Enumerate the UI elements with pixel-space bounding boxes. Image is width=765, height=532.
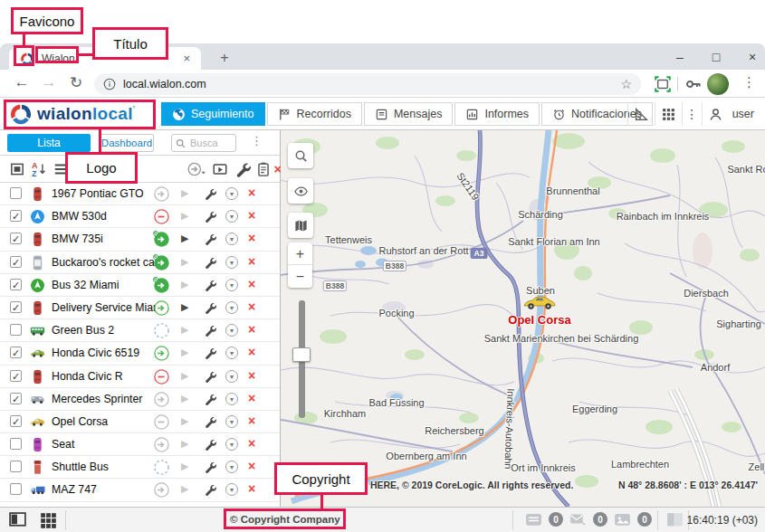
unit-search[interactable] xyxy=(171,134,236,152)
unit-wrench-icon[interactable] xyxy=(204,461,216,473)
tab-lista[interactable]: Lista xyxy=(7,134,91,152)
unit-dropdown-icon[interactable]: ▾ xyxy=(225,438,238,451)
unit-name[interactable]: Honda Civic 6519 xyxy=(52,347,139,359)
quick-track-play-icon[interactable]: ▶ xyxy=(181,393,188,404)
new-tab-button[interactable]: + xyxy=(214,49,235,69)
unit-dropdown-icon[interactable]: ▾ xyxy=(225,279,238,291)
unit-remove-icon[interactable]: × xyxy=(248,277,255,291)
quick-track-play-icon[interactable]: ▶ xyxy=(181,256,188,268)
header-menu-dots-icon[interactable]: ⋮ xyxy=(682,102,702,126)
unit-checkbox[interactable]: ✓ xyxy=(10,210,22,222)
unit-name[interactable]: Honda Civic R xyxy=(52,370,123,383)
unit-row[interactable]: ✓Honda Civic R▶▾× xyxy=(0,366,280,388)
properties-wrench-icon[interactable] xyxy=(234,161,251,177)
unit-checkbox[interactable]: ✓ xyxy=(10,415,22,427)
window-close-button[interactable]: × xyxy=(745,50,760,64)
zoom-slider-thumb[interactable] xyxy=(292,347,311,362)
nav-tab-recorridos[interactable]: Recorridos xyxy=(267,102,362,126)
unit-checkbox[interactable]: ✓ xyxy=(10,301,22,313)
unit-checkbox[interactable] xyxy=(10,483,22,495)
unit-row[interactable]: ✓Opel Corsa▶▾× xyxy=(0,411,280,433)
media-icon[interactable] xyxy=(614,513,631,527)
quick-track-play-icon[interactable]: ▶ xyxy=(181,279,188,290)
unit-name[interactable]: Delivery Service Miami xyxy=(52,301,165,314)
unit-row[interactable]: ✓BMW 530d▶▾× xyxy=(0,205,280,228)
nav-tab-mensajes[interactable]: Mensajes xyxy=(364,102,454,126)
unit-remove-icon[interactable]: × xyxy=(248,459,255,473)
password-key-icon[interactable] xyxy=(684,75,703,93)
forward-button[interactable]: → xyxy=(38,73,60,91)
quick-track-play-icon[interactable]: ▶ xyxy=(181,461,188,472)
tools-ruler-icon[interactable] xyxy=(627,102,655,126)
reload-button[interactable]: ↻ xyxy=(65,73,87,92)
unit-checkbox[interactable]: ✓ xyxy=(10,370,22,382)
unit-remove-icon[interactable]: × xyxy=(248,185,255,200)
trace-dropdown-icon[interactable] xyxy=(186,161,206,177)
bottom-apps-grid-icon[interactable] xyxy=(40,512,57,527)
unit-wrench-icon[interactable] xyxy=(204,370,216,383)
unit-remove-icon[interactable]: × xyxy=(248,436,255,451)
unit-remove-icon[interactable]: × xyxy=(248,368,255,383)
unit-remove-icon[interactable]: × xyxy=(248,254,255,269)
unit-remove-icon[interactable]: × xyxy=(248,231,255,245)
unit-dropdown-icon[interactable]: ▾ xyxy=(225,347,238,359)
map-view[interactable]: St2119BrunnenthalSchärdingSankt RoRainba… xyxy=(281,130,765,507)
capture-extension-icon[interactable] xyxy=(654,75,672,93)
unit-name[interactable]: BMW 530d xyxy=(52,210,107,223)
bookmark-star-icon[interactable]: ☆ xyxy=(620,77,632,91)
unit-wrench-icon[interactable] xyxy=(204,393,216,405)
unit-row[interactable]: ✓Honda Civic 6519▶▾× xyxy=(0,342,280,365)
unit-row[interactable]: ✓Mercedes Sprinter▶▾× xyxy=(0,388,280,411)
profile-avatar[interactable] xyxy=(707,73,729,95)
unit-wrench-icon[interactable] xyxy=(204,483,216,496)
address-bar[interactable]: local.wialon.com ☆ xyxy=(94,73,641,95)
site-info-icon[interactable] xyxy=(103,78,116,90)
unit-dropdown-icon[interactable]: ▾ xyxy=(225,301,238,314)
unit-name[interactable]: Seat xyxy=(52,438,74,451)
zoom-out-button[interactable]: − xyxy=(288,265,312,288)
unit-wrench-icon[interactable] xyxy=(204,233,216,245)
unit-dropdown-icon[interactable]: ▾ xyxy=(225,233,238,245)
unit-dropdown-icon[interactable]: ▾ xyxy=(225,187,238,200)
unit-checkbox[interactable] xyxy=(10,324,22,336)
unit-checkbox[interactable]: ✓ xyxy=(10,233,22,244)
unit-dropdown-icon[interactable]: ▾ xyxy=(225,415,238,428)
back-button[interactable]: ← xyxy=(11,73,33,91)
panel-menu-dots-icon[interactable]: ⋮ xyxy=(251,134,263,147)
user-name-label[interactable]: user xyxy=(729,108,761,120)
unit-remove-icon[interactable]: × xyxy=(248,345,255,359)
unit-marker-car-icon[interactable] xyxy=(522,294,557,310)
unit-dropdown-icon[interactable]: ▾ xyxy=(225,393,238,405)
unit-name[interactable]: Opel Corsa xyxy=(52,415,108,428)
unit-name[interactable]: Bus 32 Miami xyxy=(52,279,120,291)
unit-name[interactable]: 1967 Pontiac GTO xyxy=(52,187,144,200)
quick-track-play-icon[interactable]: ▶ xyxy=(181,210,188,222)
unit-checkbox[interactable] xyxy=(10,461,22,472)
unit-name[interactable]: Green Bus 2 xyxy=(52,324,114,337)
url-text[interactable]: local.wialon.com xyxy=(123,78,620,90)
tab-close-icon[interactable]: × xyxy=(179,52,194,64)
user-account-icon[interactable] xyxy=(702,102,729,126)
browser-menu-icon[interactable]: ⋮ xyxy=(742,74,756,90)
unit-checkbox[interactable]: ✓ xyxy=(10,393,22,404)
sms-icon[interactable] xyxy=(569,513,587,527)
unit-wrench-icon[interactable] xyxy=(204,324,216,337)
unit-row[interactable]: MAZ 747▶▾× xyxy=(0,479,280,501)
unit-row[interactable]: Green Bus 2▶▾× xyxy=(0,319,280,342)
quick-track-play-icon[interactable]: ▶ xyxy=(181,347,188,358)
unit-remove-icon[interactable]: × xyxy=(248,208,255,223)
unit-remove-icon[interactable]: × xyxy=(248,391,255,405)
unit-wrench-icon[interactable] xyxy=(204,301,216,314)
unit-wrench-icon[interactable] xyxy=(204,279,216,291)
unit-wrench-icon[interactable] xyxy=(204,347,216,359)
nav-tab-seguimiento[interactable]: Seguimiento xyxy=(161,102,265,126)
unit-row[interactable]: 1967 Pontiac GTO▶▾× xyxy=(0,183,280,205)
unit-dropdown-icon[interactable]: ▾ xyxy=(225,210,238,223)
unit-remove-icon[interactable]: × xyxy=(248,322,255,337)
unit-row[interactable]: Seat▶▾× xyxy=(0,433,280,456)
window-maximize-button[interactable]: □ xyxy=(709,50,723,64)
unit-wrench-icon[interactable] xyxy=(204,415,216,428)
quick-track-play-icon[interactable]: ▶ xyxy=(181,301,188,313)
unit-row[interactable]: Shuttle Bus▶▾× xyxy=(0,456,280,479)
unit-wrench-icon[interactable] xyxy=(204,256,216,269)
